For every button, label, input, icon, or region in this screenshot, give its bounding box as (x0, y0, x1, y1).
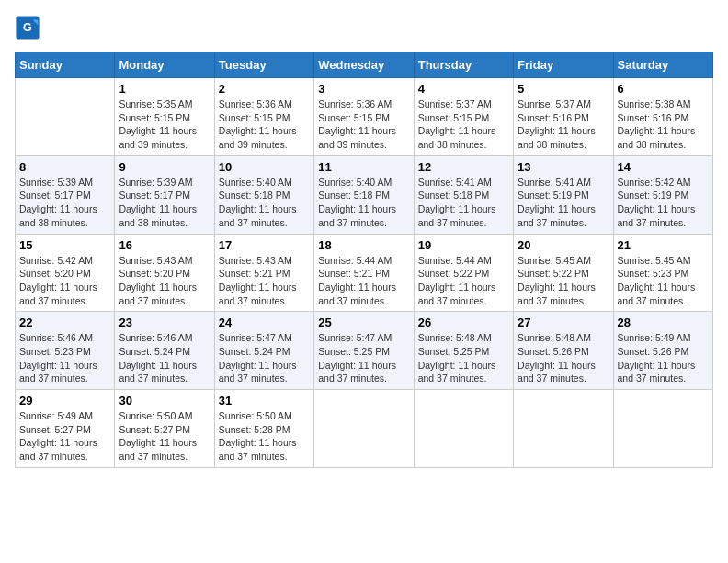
day-number: 30 (119, 394, 210, 408)
logo: G (15, 15, 42, 40)
calendar-cell: 15 Sunrise: 5:42 AMSunset: 5:20 PMDaylig… (16, 234, 115, 312)
calendar-table: SundayMondayTuesdayWednesdayThursdayFrid… (15, 52, 713, 468)
calendar-cell: 25 Sunrise: 5:47 AMSunset: 5:25 PMDaylig… (314, 312, 414, 390)
calendar-cell: 24 Sunrise: 5:47 AMSunset: 5:24 PMDaylig… (214, 312, 313, 390)
calendar-cell (414, 390, 513, 468)
calendar-week-5: 29 Sunrise: 5:49 AMSunset: 5:27 PMDaylig… (16, 390, 713, 468)
calendar-cell: 26 Sunrise: 5:48 AMSunset: 5:25 PMDaylig… (414, 312, 513, 390)
calendar-cell: 22 Sunrise: 5:46 AMSunset: 5:23 PMDaylig… (16, 312, 115, 390)
weekday-header-tuesday: Tuesday (214, 52, 313, 78)
calendar-week-2: 8 Sunrise: 5:39 AMSunset: 5:17 PMDayligh… (16, 155, 713, 234)
day-number: 6 (618, 82, 709, 96)
weekday-header-saturday: Saturday (613, 52, 712, 78)
day-number: 17 (219, 238, 310, 252)
svg-text:G: G (23, 21, 32, 34)
day-number: 3 (318, 82, 409, 96)
day-info: Sunrise: 5:44 AMSunset: 5:21 PMDaylight:… (318, 255, 396, 306)
calendar-cell: 31 Sunrise: 5:50 AMSunset: 5:28 PMDaylig… (214, 390, 313, 468)
day-info: Sunrise: 5:49 AMSunset: 5:26 PMDaylight:… (618, 332, 696, 384)
day-number: 26 (418, 316, 509, 329)
day-info: Sunrise: 5:36 AMSunset: 5:15 PMDaylight:… (318, 98, 396, 150)
day-number: 9 (119, 160, 210, 174)
day-info: Sunrise: 5:50 AMSunset: 5:27 PMDaylight:… (119, 410, 197, 462)
day-info: Sunrise: 5:41 AMSunset: 5:18 PMDaylight:… (418, 177, 496, 228)
day-info: Sunrise: 5:39 AMSunset: 5:17 PMDaylight:… (19, 177, 97, 228)
logo-icon: G (15, 15, 40, 40)
calendar-cell (514, 390, 613, 468)
day-number: 4 (418, 82, 509, 96)
day-info: Sunrise: 5:43 AMSunset: 5:20 PMDaylight:… (119, 255, 197, 306)
weekday-header-sunday: Sunday (16, 52, 115, 78)
calendar-cell: 12 Sunrise: 5:41 AMSunset: 5:18 PMDaylig… (414, 155, 513, 234)
day-number: 29 (19, 394, 110, 408)
calendar-cell: 9 Sunrise: 5:39 AMSunset: 5:17 PMDayligh… (115, 155, 214, 234)
day-info: Sunrise: 5:45 AMSunset: 5:22 PMDaylight:… (518, 255, 596, 306)
calendar-cell: 2 Sunrise: 5:36 AMSunset: 5:15 PMDayligh… (214, 78, 313, 156)
calendar-cell (314, 390, 414, 468)
calendar-cell (613, 390, 712, 468)
calendar-cell: 8 Sunrise: 5:39 AMSunset: 5:17 PMDayligh… (16, 155, 115, 234)
calendar-cell (16, 78, 115, 156)
day-info: Sunrise: 5:46 AMSunset: 5:24 PMDaylight:… (119, 332, 197, 384)
weekday-header-monday: Monday (115, 52, 214, 78)
calendar-cell: 11 Sunrise: 5:40 AMSunset: 5:18 PMDaylig… (314, 155, 414, 234)
calendar-cell: 4 Sunrise: 5:37 AMSunset: 5:15 PMDayligh… (414, 78, 513, 156)
day-number: 24 (219, 316, 310, 329)
day-info: Sunrise: 5:44 AMSunset: 5:22 PMDaylight:… (418, 255, 496, 306)
day-number: 28 (618, 316, 709, 329)
day-info: Sunrise: 5:42 AMSunset: 5:20 PMDaylight:… (19, 255, 97, 306)
day-info: Sunrise: 5:50 AMSunset: 5:28 PMDaylight:… (219, 410, 297, 462)
day-info: Sunrise: 5:47 AMSunset: 5:25 PMDaylight:… (318, 332, 396, 384)
calendar-cell: 19 Sunrise: 5:44 AMSunset: 5:22 PMDaylig… (414, 234, 513, 312)
day-info: Sunrise: 5:38 AMSunset: 5:16 PMDaylight:… (618, 98, 696, 150)
day-info: Sunrise: 5:46 AMSunset: 5:23 PMDaylight:… (19, 332, 97, 384)
weekday-header-thursday: Thursday (414, 52, 513, 78)
day-number: 12 (418, 160, 509, 174)
calendar-cell: 17 Sunrise: 5:43 AMSunset: 5:21 PMDaylig… (214, 234, 313, 312)
day-number: 31 (219, 394, 310, 408)
day-info: Sunrise: 5:40 AMSunset: 5:18 PMDaylight:… (318, 177, 396, 228)
day-number: 20 (518, 238, 609, 252)
calendar-cell: 1 Sunrise: 5:35 AMSunset: 5:15 PMDayligh… (115, 78, 214, 156)
calendar-cell: 10 Sunrise: 5:40 AMSunset: 5:18 PMDaylig… (214, 155, 313, 234)
day-number: 10 (219, 160, 310, 174)
day-info: Sunrise: 5:40 AMSunset: 5:18 PMDaylight:… (219, 177, 297, 228)
day-number: 14 (618, 160, 709, 174)
day-number: 19 (418, 238, 509, 252)
day-number: 11 (318, 160, 409, 174)
calendar-week-3: 15 Sunrise: 5:42 AMSunset: 5:20 PMDaylig… (16, 234, 713, 312)
calendar-header-row: SundayMondayTuesdayWednesdayThursdayFrid… (16, 52, 713, 78)
day-number: 23 (119, 316, 210, 329)
calendar-cell: 21 Sunrise: 5:45 AMSunset: 5:23 PMDaylig… (613, 234, 712, 312)
day-info: Sunrise: 5:39 AMSunset: 5:17 PMDaylight:… (119, 177, 197, 228)
day-number: 25 (318, 316, 409, 329)
day-info: Sunrise: 5:45 AMSunset: 5:23 PMDaylight:… (618, 255, 696, 306)
day-number: 15 (19, 238, 110, 252)
day-info: Sunrise: 5:47 AMSunset: 5:24 PMDaylight:… (219, 332, 297, 384)
day-number: 18 (318, 238, 409, 252)
calendar-cell: 3 Sunrise: 5:36 AMSunset: 5:15 PMDayligh… (314, 78, 414, 156)
day-number: 22 (19, 316, 110, 329)
calendar-cell: 6 Sunrise: 5:38 AMSunset: 5:16 PMDayligh… (613, 78, 712, 156)
day-info: Sunrise: 5:37 AMSunset: 5:15 PMDaylight:… (418, 98, 496, 150)
day-number: 16 (119, 238, 210, 252)
day-info: Sunrise: 5:35 AMSunset: 5:15 PMDaylight:… (119, 98, 197, 150)
day-number: 13 (518, 160, 609, 174)
weekday-header-friday: Friday (514, 52, 613, 78)
calendar-cell: 23 Sunrise: 5:46 AMSunset: 5:24 PMDaylig… (115, 312, 214, 390)
weekday-header-wednesday: Wednesday (314, 52, 414, 78)
day-info: Sunrise: 5:37 AMSunset: 5:16 PMDaylight:… (518, 98, 596, 150)
day-number: 8 (19, 160, 110, 174)
calendar-cell: 29 Sunrise: 5:49 AMSunset: 5:27 PMDaylig… (16, 390, 115, 468)
calendar-cell: 5 Sunrise: 5:37 AMSunset: 5:16 PMDayligh… (514, 78, 613, 156)
day-number: 2 (219, 82, 310, 96)
calendar-cell: 30 Sunrise: 5:50 AMSunset: 5:27 PMDaylig… (115, 390, 214, 468)
day-number: 5 (518, 82, 609, 96)
calendar-cell: 14 Sunrise: 5:42 AMSunset: 5:19 PMDaylig… (613, 155, 712, 234)
day-info: Sunrise: 5:49 AMSunset: 5:27 PMDaylight:… (19, 410, 97, 462)
calendar-cell: 20 Sunrise: 5:45 AMSunset: 5:22 PMDaylig… (514, 234, 613, 312)
calendar-body: 1 Sunrise: 5:35 AMSunset: 5:15 PMDayligh… (16, 78, 713, 468)
day-info: Sunrise: 5:43 AMSunset: 5:21 PMDaylight:… (219, 255, 297, 306)
day-info: Sunrise: 5:41 AMSunset: 5:19 PMDaylight:… (518, 177, 596, 228)
day-info: Sunrise: 5:48 AMSunset: 5:25 PMDaylight:… (418, 332, 496, 384)
